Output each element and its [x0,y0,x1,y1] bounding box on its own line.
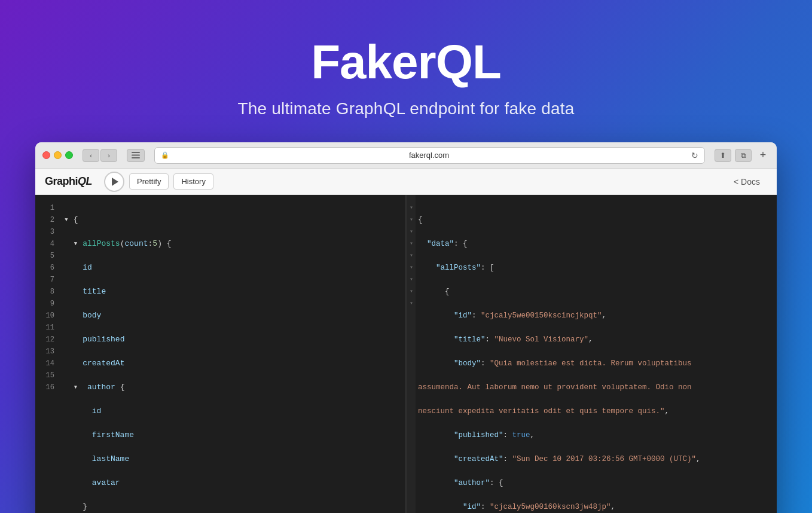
code-line: id [64,262,398,274]
traffic-lights [42,151,73,159]
forward-button[interactable]: › [100,149,117,162]
lock-icon: 🔒 [161,151,169,159]
code-line: ▾ author { [64,381,398,393]
new-tab-button[interactable]: ⧉ [735,149,752,162]
svg-rect-0 [132,152,140,153]
browser-window: ‹ › 🔒 fakerql.com ↻ ⬆ ⧉ + GraphiQL [35,142,777,513]
browser-titlebar: ‹ › 🔒 fakerql.com ↻ ⬆ ⧉ + [35,142,777,169]
hero-subtitle: The ultimate GraphQL endpoint for fake d… [237,99,574,118]
share-button[interactable]: ⬆ [715,149,731,162]
graphiql-panels: 1 2 3 4 5 6 7 8 9 10 11 12 13 14 15 16 [35,195,777,513]
code-line: lastName [64,453,398,465]
line-numbers: 1 2 3 4 5 6 7 8 9 10 11 12 13 14 15 16 [35,195,59,513]
play-icon [112,178,118,186]
code-line: firstName [64,429,398,441]
browser-actions: ⬆ ⧉ [715,149,752,162]
code-line: body [64,310,398,322]
hero-section: FakerQL The ultimate GraphQL endpoint fo… [237,0,574,142]
query-editor[interactable]: ▾ { ▾ allPosts(count:5) { id title body … [59,195,405,513]
result-content: { "data": { "allPosts": [ { "id": "cjcal… [416,195,777,513]
address-bar[interactable]: 🔒 fakerql.com ↻ [154,147,705,164]
graphiql-logo: GraphiQL [45,175,92,188]
maximize-button[interactable] [65,151,73,159]
code-line: title [64,286,398,298]
nav-buttons: ‹ › [83,149,117,162]
hero-title: FakerQL [237,36,574,88]
graphiql-toolbar: GraphiQL Prettify History < Docs [35,169,777,195]
code-line: } [64,501,398,513]
execute-button[interactable] [104,172,124,192]
reload-button[interactable]: ↻ [691,151,698,160]
close-button[interactable] [42,151,50,159]
back-button[interactable]: ‹ [83,149,99,162]
code-line: ▾ allPosts(count:5) { [64,238,398,250]
url-text: fakerql.com [173,151,685,160]
code-line: avatar [64,477,398,489]
svg-rect-1 [132,155,140,156]
docs-button[interactable]: < Docs [726,174,767,190]
code-line: ▾ { [64,214,398,226]
prettify-button[interactable]: Prettify [129,173,169,190]
code-line: id [64,405,398,417]
svg-rect-2 [132,157,140,158]
editor-panel[interactable]: 1 2 3 4 5 6 7 8 9 10 11 12 13 14 15 16 [35,195,405,513]
code-line: published [64,334,398,346]
sidebar-toggle-button[interactable] [127,149,145,162]
history-button[interactable]: History [173,173,213,190]
code-line: createdAt [64,358,398,370]
result-panel: ▾ ▾ ▾ ▾ ▾ ▾ ▾ ▾ ▾ { "data": { "allPosts"… [405,195,777,513]
graphiql-interface: GraphiQL Prettify History < Docs 1 2 3 4… [35,169,777,513]
minimize-button[interactable] [54,151,62,159]
result-collapse-arrows: ▾ ▾ ▾ ▾ ▾ ▾ ▾ ▾ ▾ [407,195,416,513]
add-tab-button[interactable]: + [756,149,770,162]
